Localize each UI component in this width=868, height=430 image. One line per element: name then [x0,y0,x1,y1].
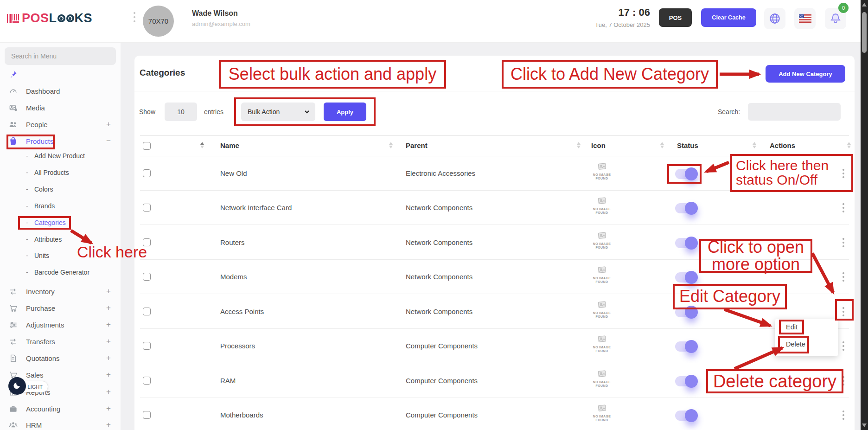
add-new-category-button[interactable]: Add New Category [766,65,845,83]
status-toggle[interactable] [675,411,696,421]
apply-button[interactable]: Apply [324,103,366,121]
sidebar-subitem-units[interactable]: Units [0,249,121,263]
sort-icon[interactable] [577,142,581,148]
sort-icon[interactable] [753,142,756,148]
sidebar-item-dashboard[interactable]: Dashboard [0,84,121,98]
row-checkbox[interactable] [143,273,151,281]
column-header-actions[interactable]: Actions [770,141,795,149]
column-header-name[interactable]: Name [220,141,239,149]
status-toggle[interactable] [675,169,696,179]
status-toggle[interactable] [675,341,696,352]
bulk-action-selected-value: Bulk Action [248,108,280,116]
sidebar-item-purchase[interactable]: Purchase + [0,301,121,315]
avatar[interactable]: 70X70 [143,6,174,37]
page-scrollbar[interactable] [861,0,868,430]
status-toggle[interactable] [675,272,696,282]
sidebar-subitem-categories[interactable]: Categories [0,216,121,230]
globe-icon [769,13,781,25]
page: POSLKS 70X70 Wade Wilson admin@example.c… [0,0,868,430]
sidebar-item-accounting[interactable]: Accounting + [0,402,121,416]
scroll-up-arrow-icon[interactable] [862,3,867,6]
status-toggle[interactable] [675,238,696,248]
row-actions-menu-icon[interactable] [842,340,845,352]
divider [134,91,855,91]
column-header-parent[interactable]: Parent [406,141,428,149]
row-checkbox[interactable] [143,238,151,246]
app-logo[interactable]: POSLKS [6,11,92,26]
page-title: Categories [140,68,185,78]
sidebar-item-quotations[interactable]: Quotations + [0,351,121,365]
select-all-checkbox[interactable] [143,142,151,150]
delete-menu-item[interactable]: Delete [786,340,805,348]
toggle-knob [685,375,698,388]
row-actions-menu-icon[interactable] [842,237,845,248]
us-flag-icon [799,14,811,23]
row-checkbox[interactable] [143,342,151,350]
notification-count-badge: 0 [838,3,849,13]
category-parent: Network Components [406,273,472,281]
sidebar-search-input[interactable] [5,47,116,65]
table-search-input[interactable] [748,103,841,121]
logo-ks-text: KS [75,11,93,26]
sidebar-subitem-barcode-generator[interactable]: Barcode Generator [0,265,121,279]
row-actions-menu-icon[interactable] [842,168,845,179]
status-toggle[interactable] [675,203,696,213]
status-toggle[interactable] [675,376,696,386]
row-checkbox[interactable] [143,377,151,385]
column-header-icon[interactable]: Icon [591,141,606,149]
cart-icon [8,303,18,313]
theme-toggle-moon-button[interactable] [8,377,26,395]
language-globe-button[interactable] [764,8,785,29]
sidebar-item-people[interactable]: People + [0,117,121,131]
locale-flag-button[interactable] [794,8,816,29]
row-checkbox[interactable] [143,169,151,177]
table-row: Processors Computer Components NO IMAGE … [140,329,849,363]
pin-icon[interactable] [8,70,18,81]
pos-button[interactable]: POS [659,8,692,27]
user-name: Wade Wilson [192,9,238,18]
image-icon [597,163,607,171]
edit-menu-item[interactable]: Edit [786,323,798,331]
row-checkbox[interactable] [143,204,151,212]
sort-icon[interactable] [847,142,851,148]
sidebar-subitem-colors[interactable]: Colors [0,182,121,196]
sidebar-subitem-add-new-product[interactable]: Add New Product [0,149,121,163]
table-row: RAM Computer Components NO IMAGE FOUND [140,364,849,398]
scrollbar-thumb[interactable] [862,12,867,53]
sort-icon[interactable] [200,142,204,148]
sidebar-item-hrm[interactable]: HRM + [0,418,121,430]
sidebar-item-transfers[interactable]: Transfers + [0,334,121,348]
expand-indicator: + [104,120,113,129]
sidebar-item-media[interactable]: Media [0,101,121,115]
image-icon [597,370,607,379]
sidebar-item-inventory[interactable]: Inventory + [0,284,121,298]
group-icon [8,420,18,430]
sidebar-subitem-all-products[interactable]: All Products [0,166,121,180]
sort-icon[interactable] [389,142,393,148]
row-actions-menu-icon[interactable] [842,271,845,282]
sidebar-item-adjustments[interactable]: Adjustments + [0,318,121,332]
row-checkbox[interactable] [143,308,151,315]
sidebar-subitem-attributes[interactable]: Attributes [0,232,121,246]
collapse-indicator: − [104,136,113,146]
image-icon [597,232,607,240]
sidebar-item-products[interactable]: Products − [0,134,121,148]
toggle-knob [685,271,698,284]
status-toggle[interactable] [675,307,696,317]
sidebar-subitem-brands[interactable]: Brands [0,199,121,213]
row-actions-menu-icon[interactable] [842,410,845,421]
entries-count-input[interactable] [165,103,197,121]
sidebar-collapse-handle-icon[interactable] [134,12,135,22]
scroll-down-arrow-icon[interactable] [862,424,867,427]
row-actions-menu-icon[interactable] [842,306,845,317]
row-actions-menu-icon[interactable] [842,202,845,213]
column-header-status[interactable]: Status [677,141,698,149]
row-checkbox[interactable] [143,411,151,419]
row-actions-menu-icon[interactable] [842,375,845,386]
toggle-knob [685,340,698,353]
bulk-action-select[interactable]: Bulk Action [241,103,315,121]
sort-icon[interactable] [660,142,664,148]
table-row: Modems Network Components NO IMAGE FOUND [140,260,849,294]
category-name: Access Points [220,308,264,315]
clear-cache-button[interactable]: Clear Cache [701,8,756,27]
